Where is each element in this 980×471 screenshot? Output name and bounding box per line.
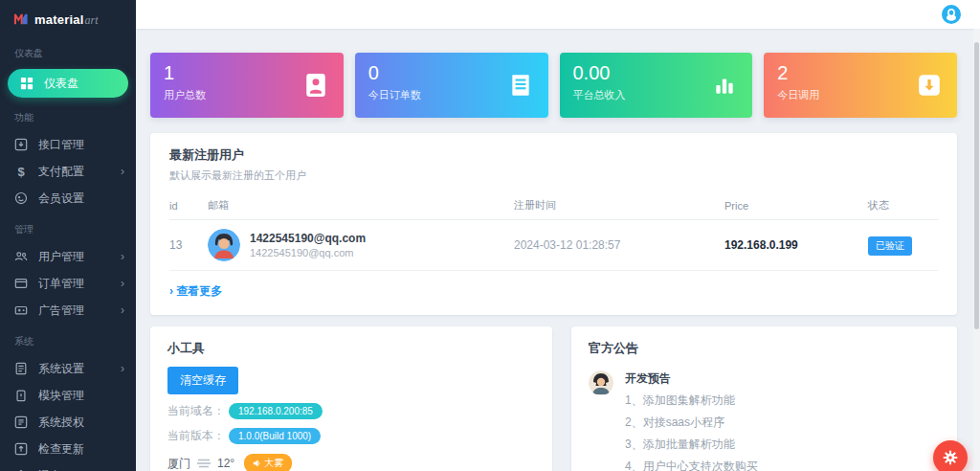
stat-cards-row: 1 用户总数 0 今日订单数 0.00 平台总收入 2 今日调用 (150, 53, 957, 118)
clear-cache-button[interactable]: 清空缓存 (167, 367, 238, 394)
view-more-link[interactable]: 查看更多 (169, 284, 222, 298)
sidebar-item-settings[interactable]: 系统设置 (0, 355, 136, 382)
col-email: 邮箱 (208, 198, 514, 213)
sidebar-item-logout[interactable]: 退出登录 (0, 462, 136, 471)
brand-suffix: art (84, 13, 98, 27)
app-frame: materialart 仪表盘 仪表盘 功能 接口管理 $ 支付配置 会员设置 (0, 0, 980, 471)
sidebar-item-users[interactable]: 用户管理 (0, 243, 136, 270)
fog-icon (196, 458, 212, 469)
sidebar-item-label: 订单管理 (38, 276, 110, 292)
update-icon (14, 442, 28, 456)
col-status: 状态 (868, 198, 938, 213)
sidebar-item-orders[interactable]: 订单管理 (0, 270, 136, 297)
table-header-row: id 邮箱 注册时间 Price 状态 (169, 194, 938, 220)
announcement-body: 开发预告 1、添加图集解析功能 2、对接saas小程序 3、添加批量解析功能 4… (625, 370, 940, 471)
domain-badge: 192.168.0.200:85 (229, 403, 323, 419)
chevron-right-icon (121, 166, 124, 177)
download-box-icon (917, 73, 942, 98)
chevron-right-icon (121, 363, 124, 374)
section-label-features: 功能 (0, 100, 136, 131)
dollar-icon: $ (14, 165, 28, 179)
sidebar-item-label: 检查更新 (38, 441, 124, 458)
orders-icon (14, 277, 28, 290)
email-primary: 1422545190@qq.com (250, 232, 366, 245)
users-icon (14, 250, 28, 263)
weather-badge: 大雾 (244, 454, 292, 471)
weather-row: 厦门 12° 大雾 (167, 454, 535, 471)
sidebar-item-member[interactable]: 会员设置 (0, 185, 136, 212)
status-badge: 已验证 (868, 236, 912, 256)
domain-label: 当前域名： (167, 403, 225, 419)
chevron-right-icon (121, 304, 124, 316)
logo-m-icon (13, 12, 29, 26)
sidebar-item-ads[interactable]: 广告管理 (0, 297, 136, 324)
sidebar-item-update[interactable]: 检查更新 (0, 436, 136, 462)
brand-logo[interactable]: materialart (0, 0, 136, 35)
sidebar-item-modules[interactable]: 模块管理 (0, 382, 136, 409)
announcement-line: 1、添加图集解析功能 (625, 392, 940, 409)
member-icon (14, 191, 28, 205)
sidebar-item-dashboard[interactable]: 仪表盘 (8, 69, 128, 98)
top-header (136, 0, 980, 29)
email-secondary: 1422545190@qq.com (250, 247, 366, 258)
latest-users-panel: 最新注册用户 默认展示最新注册的五个用户 id 邮箱 注册时间 Price 状态… (150, 133, 957, 315)
sidebar-item-label: 系统授权 (38, 415, 124, 431)
sidebar-item-api[interactable]: 接口管理 (0, 131, 136, 158)
announcement-avatar (589, 370, 613, 395)
chevron-right-icon (121, 251, 124, 262)
scrollbar-thumb[interactable] (974, 42, 979, 329)
announcement-title: 开发预告 (625, 370, 940, 387)
stat-card-total-users: 1 用户总数 (150, 53, 344, 118)
gear-icon (942, 449, 959, 466)
ads-icon (14, 303, 28, 317)
cell-email: 1422545190@qq.com 1422545190@qq.com (208, 229, 514, 261)
panel-title: 最新注册用户 (169, 146, 938, 164)
weather-city: 厦门 (167, 456, 190, 471)
stat-card-today-calls: 2 今日调用 (764, 53, 957, 118)
col-id: id (169, 200, 208, 212)
bottom-row: 小工具 清空缓存 当前域名： 192.168.0.200:85 当前版本： 1.… (150, 326, 957, 471)
sidebar-item-license[interactable]: 系统授权 (0, 409, 136, 436)
announcement-line: 4、用户中心支持次数购买 (625, 459, 940, 471)
section-label-system: 系统 (0, 324, 136, 355)
qq-icon[interactable] (942, 5, 961, 24)
cell-id: 13 (169, 238, 208, 252)
settings-fab[interactable] (933, 440, 968, 471)
announcements-panel: 官方公告 开发预告 1、添加图集解析功能 2、对接saas小程序 3、添加批量解… (571, 326, 957, 471)
panel-subtitle: 默认展示最新注册的五个用户 (169, 168, 938, 183)
brand-name: material (34, 12, 83, 27)
dashboard-icon (20, 77, 33, 90)
section-label-management: 管理 (0, 212, 136, 243)
stat-card-today-orders: 0 今日订单数 (355, 53, 548, 118)
sidebar-item-label: 仪表盘 (44, 76, 119, 92)
sidebar-item-payment[interactable]: $ 支付配置 (0, 158, 136, 185)
announcement-item: 开发预告 1、添加图集解析功能 2、对接saas小程序 3、添加批量解析功能 4… (589, 370, 940, 471)
version-row: 当前版本： 1.0.0(Build 1000) (167, 428, 535, 444)
cell-price: 192.168.0.199 (724, 238, 868, 252)
col-register-time: 注册时间 (514, 198, 724, 213)
settings-doc-icon (14, 362, 28, 375)
announcement-line: 2、对接saas小程序 (625, 415, 940, 431)
receipt-icon (508, 73, 533, 98)
main-content: 1 用户总数 0 今日订单数 0.00 平台总收入 2 今日调用 最新注册 (136, 29, 980, 471)
panel-title: 官方公告 (589, 340, 940, 357)
version-badge: 1.0.0(Build 1000) (229, 428, 321, 444)
col-price: Price (724, 200, 868, 212)
license-icon (14, 415, 28, 429)
cell-status: 已验证 (868, 236, 938, 256)
user-avatar (208, 229, 240, 261)
table-row: 13 1422545190@qq.com 1422545190@qq.com 2… (169, 220, 938, 271)
more-row: 查看更多 (169, 271, 938, 305)
sidebar-item-label: 模块管理 (38, 388, 124, 404)
cell-register-time: 2024-03-12 01:28:57 (514, 238, 724, 252)
api-icon (14, 138, 28, 151)
sidebar-item-label: 接口管理 (38, 137, 124, 153)
sidebar: materialart 仪表盘 仪表盘 功能 接口管理 $ 支付配置 会员设置 (0, 0, 136, 471)
horn-icon (253, 460, 260, 467)
sidebar-item-label: 会员设置 (38, 191, 124, 207)
stat-card-total-revenue: 0.00 平台总收入 (560, 53, 753, 118)
panel-title: 小工具 (167, 340, 535, 357)
tools-panel: 小工具 清空缓存 当前域名： 192.168.0.200:85 当前版本： 1.… (150, 326, 552, 471)
sidebar-item-label: 退出登录 (38, 468, 124, 471)
bar-chart-icon (712, 73, 737, 98)
